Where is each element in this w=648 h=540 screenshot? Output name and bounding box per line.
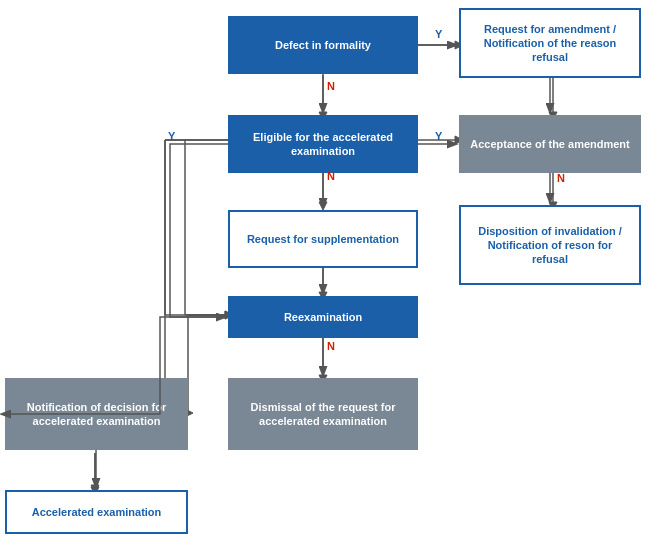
svg-marker-11 bbox=[319, 202, 327, 210]
defect-formality-node: Defect in formality bbox=[228, 16, 418, 74]
acceptance-amendment-node: Acceptance of the amendment bbox=[459, 115, 641, 173]
accelerated-examination-node: Accelerated examination bbox=[5, 490, 188, 534]
eligible-node: Eligible for the accelerated examination bbox=[228, 115, 418, 173]
request-amendment-node: Request for amendment / Notification of … bbox=[459, 8, 641, 78]
n-label-eligible: N bbox=[327, 170, 335, 182]
notification-decision-node: Notification of decision for accelerated… bbox=[5, 378, 188, 450]
y-label-left: Y bbox=[168, 130, 175, 142]
request-supplementation-node: Request for supplementation bbox=[228, 210, 418, 268]
y-label-eligible: Y bbox=[435, 130, 442, 142]
flowchart: Defect in formality Request for amendmen… bbox=[0, 0, 648, 540]
y-label-defect: Y bbox=[435, 28, 442, 40]
disposition-node: Disposition of invalidation / Notificati… bbox=[459, 205, 641, 285]
reexamination-node: Reexamination bbox=[228, 296, 418, 338]
n-label-defect: N bbox=[327, 80, 335, 92]
dismissal-node: Dismissal of the request for accelerated… bbox=[228, 378, 418, 450]
n-label-reexamination: N bbox=[327, 340, 335, 352]
n-label-acceptance: N bbox=[557, 172, 565, 184]
